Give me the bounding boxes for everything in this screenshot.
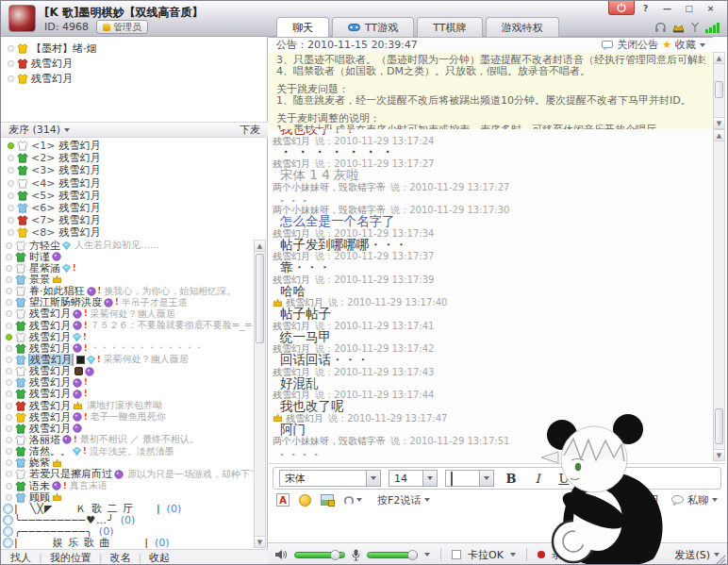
tab-chat[interactable]: 聊天 bbox=[276, 17, 329, 37]
scroll-up-icon[interactable]: ▲ bbox=[255, 241, 265, 252]
left-tab-find-user[interactable]: 找人 bbox=[10, 551, 31, 565]
scroll-down-icon[interactable]: ▼ bbox=[714, 117, 724, 128]
member-row[interactable]: 残雪幻月!采菊何处？幽人薇居 bbox=[3, 308, 253, 320]
mic-queue-row[interactable]: <2>残雪幻月 bbox=[5, 152, 265, 164]
member-row[interactable]: 若爱只是擦肩而过原以为只是一场游戏，却种下了意，在漫漫 bbox=[3, 469, 253, 480]
left-tab-rename[interactable]: 改名 bbox=[109, 551, 130, 565]
speaker-volume-slider[interactable] bbox=[294, 552, 345, 558]
admin-badge[interactable]: 管理员 bbox=[96, 20, 148, 34]
member-row[interactable]: 残雪幻月!７５２６：不要脸就要彻底不要脸=_=☆ bbox=[3, 320, 253, 331]
chevron-down-icon[interactable] bbox=[510, 553, 516, 557]
member-row[interactable]: 残雪幻月! bbox=[3, 377, 253, 389]
slider-thumb[interactable] bbox=[407, 550, 418, 560]
karaoke-checkbox[interactable] bbox=[452, 550, 461, 559]
mic-volume-slider[interactable] bbox=[367, 552, 418, 558]
private-chat-button[interactable]: 私聊 bbox=[671, 493, 718, 507]
capture-tool-button[interactable] bbox=[343, 494, 362, 506]
font-style-icon[interactable]: A bbox=[276, 493, 290, 507]
member-row[interactable]: 方轻尘人生若只如初见…… bbox=[3, 240, 253, 251]
scroll-up-icon[interactable]: ▲ bbox=[714, 130, 724, 141]
tab-game-privilege[interactable]: 游戏特权 bbox=[486, 17, 559, 37]
member-row[interactable]: 眷·如此猖狂!换我心，为你心，始知相忆深。 bbox=[3, 286, 253, 297]
scroll-up-icon[interactable]: ▲ bbox=[714, 53, 724, 64]
tab-tt-chess[interactable]: TT棋牌 bbox=[417, 17, 482, 37]
top-member-row[interactable]: 【墨村】绪·烟 bbox=[5, 41, 265, 56]
bold-button[interactable]: B bbox=[502, 472, 521, 486]
member-row[interactable]: 语未!真言末语 bbox=[3, 480, 253, 491]
member-row[interactable]: 残雪幻月 bbox=[3, 366, 253, 377]
chevron-down-icon[interactable] bbox=[700, 43, 705, 47]
underline-button[interactable]: U bbox=[554, 472, 573, 486]
member-row[interactable]: 娆紫 bbox=[3, 457, 253, 469]
chevron-down-icon[interactable] bbox=[424, 553, 430, 557]
subchannel-row[interactable]: ╭─────────╮(0) bbox=[3, 525, 253, 537]
subchannel-row[interactable]: | 娱 乐 歌 曲 |(0) bbox=[3, 537, 253, 548]
top-member-row[interactable]: 残雪幻月 bbox=[5, 71, 265, 86]
scroll-down-icon[interactable]: ▼ bbox=[714, 449, 724, 460]
member-row[interactable]: 残雪幻月!老子一鞭鱼甩死你 bbox=[3, 411, 253, 423]
member-row[interactable]: 时谨 bbox=[3, 251, 253, 262]
member-row[interactable]: 残雪幻月!采菊何处？幽人薇居 bbox=[3, 354, 253, 365]
member-row[interactable]: 残雪幻月! bbox=[3, 331, 253, 342]
member-scrollbar[interactable]: ▲ ▼ bbox=[254, 240, 266, 548]
member-row[interactable]: 顾顾 bbox=[3, 491, 253, 503]
speaker-icon[interactable] bbox=[275, 549, 288, 560]
scroll-thumb[interactable] bbox=[715, 81, 723, 98]
leave-mic-button[interactable]: 下麦 bbox=[240, 123, 260, 137]
scroll-thumb[interactable] bbox=[256, 254, 264, 343]
apps-button[interactable]: 应用 bbox=[622, 493, 658, 507]
mic-queue-row[interactable]: <3>残雪幻月 bbox=[5, 164, 265, 176]
mic-queue-row[interactable]: <4>残雪幻月 bbox=[5, 177, 265, 190]
member-row[interactable]: 残雪幻月 bbox=[3, 423, 253, 434]
mic-queue-header[interactable]: 麦序 (314) 下麦 bbox=[1, 122, 268, 138]
push-to-talk-button[interactable]: 按F2说话 bbox=[377, 493, 430, 507]
record-button[interactable]: 录音 bbox=[552, 548, 572, 562]
favorite-button[interactable]: 收藏 bbox=[675, 38, 696, 52]
member-row[interactable]: 残雪幻月满地打滚求包养呦 bbox=[3, 400, 253, 411]
mic-queue-row[interactable]: <5>残雪幻月 bbox=[5, 190, 265, 202]
maximize-button[interactable]: □ bbox=[678, 1, 700, 15]
italic-button[interactable]: I bbox=[528, 472, 547, 486]
mic-queue-row[interactable]: <8>残雪幻月 bbox=[5, 226, 265, 239]
tab-tt-game[interactable]: TT游戏 bbox=[332, 17, 414, 37]
member-row[interactable]: 星紫涵! bbox=[3, 262, 253, 274]
member-row[interactable]: 清然。。!流年浅笑。淡然清墨 bbox=[3, 446, 253, 457]
scroll-down-icon[interactable]: ▼ bbox=[255, 536, 265, 547]
member-row[interactable]: 洛丽塔!最初不相识 ／ 最终不相认。 bbox=[3, 434, 253, 445]
member-row[interactable]: 景景 bbox=[3, 274, 253, 285]
slider-thumb[interactable] bbox=[330, 550, 340, 560]
message-text: 阿门 bbox=[280, 424, 713, 436]
subchannel-row[interactable]: | ╲╳◤ Ｋ 歌 二 厅 |(0) bbox=[3, 503, 253, 514]
emoticon-icon[interactable] bbox=[299, 494, 311, 507]
font-size-select[interactable]: 14 bbox=[389, 470, 438, 487]
font-family-select[interactable]: 宋体 bbox=[279, 470, 381, 487]
member-row[interactable]: 残雪幻月!・・・・・・・・・・・・ bbox=[3, 342, 253, 354]
message-input[interactable] bbox=[269, 510, 725, 540]
mic-icon[interactable] bbox=[352, 549, 360, 561]
scroll-thumb[interactable] bbox=[715, 408, 723, 444]
left-tab-my-position[interactable]: 我的位置 bbox=[50, 551, 91, 565]
mic-queue-row[interactable]: <7>残雪幻月 bbox=[5, 214, 265, 226]
power-button[interactable] bbox=[608, 1, 635, 15]
chat-scrollbar[interactable]: ▲ ▼ bbox=[713, 129, 725, 461]
announcement-scrollbar[interactable]: ▲ ▼ bbox=[713, 52, 725, 129]
close-announcement-button[interactable]: 关闭公告 bbox=[617, 38, 658, 52]
screenshot-icon[interactable] bbox=[321, 494, 334, 506]
mic-queue-row[interactable]: <6>残雪幻月 bbox=[5, 202, 265, 214]
subchannel-row[interactable]: ╰─────────♥…╯(0) bbox=[3, 514, 253, 525]
announcement-header: 公告：2010-11-15 20:39:47 关闭公告 ★ 收藏 bbox=[269, 37, 713, 52]
top-member-row[interactable]: 残雪幻月 bbox=[5, 56, 265, 71]
left-tab-collapse[interactable]: 收起 bbox=[149, 551, 170, 565]
close-button[interactable]: × bbox=[700, 1, 721, 15]
member-row[interactable]: 残雪幻月! bbox=[3, 389, 253, 400]
channel-avatar[interactable] bbox=[8, 5, 36, 32]
headset-icon[interactable] bbox=[654, 22, 667, 33]
shirt-icon bbox=[15, 297, 26, 307]
mic-queue-row[interactable]: <1>残雪幻月 bbox=[5, 140, 265, 152]
send-button[interactable]: 发送(S) bbox=[674, 548, 720, 562]
font-color-select[interactable] bbox=[445, 470, 494, 487]
member-row[interactable]: 望江斯肠蟒洪度!半吊子才是王道 bbox=[3, 297, 253, 308]
resize-grip[interactable] bbox=[716, 555, 726, 565]
minimize-button[interactable]: — bbox=[656, 1, 678, 15]
help-button[interactable]: ? bbox=[635, 1, 656, 15]
